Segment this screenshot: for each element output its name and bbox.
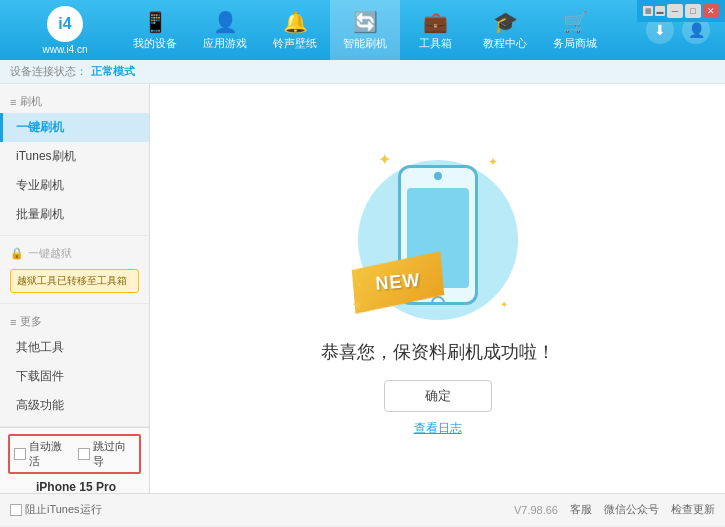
sidebar-jailbreak-section: 🔒 一键越狱 越狱工具已转移至工具箱 xyxy=(0,236,149,304)
my-device-icon: 📱 xyxy=(143,10,168,34)
sidebar-item-advanced[interactable]: 高级功能 xyxy=(0,391,149,420)
lock-icon: 🔒 xyxy=(10,247,24,260)
sidebar-item-batch-flash[interactable]: 批量刷机 xyxy=(0,200,149,229)
device-area: 自动激活 跳过向导 📱 iPhone 15 Pro Max 512GB iPho… xyxy=(0,427,149,493)
wechat-link[interactable]: 微信公众号 xyxy=(604,502,659,517)
logo-icon: i4 xyxy=(47,6,83,42)
jailbreak-note: 越狱工具已转移至工具箱 xyxy=(10,269,139,293)
more-icon: ≡ xyxy=(10,316,16,328)
close-button[interactable]: ✕ xyxy=(703,4,719,18)
stop-itunes-checkbox[interactable] xyxy=(10,504,22,516)
device-details: iPhone 15 Pro Max 512GB iPhone xyxy=(36,480,141,493)
flash-icon: 🔄 xyxy=(353,10,378,34)
nav-tabs: 📱 我的设备 👤 应用游戏 🔔 铃声壁纸 🔄 智能刷机 💼 工具箱 🎓 xyxy=(120,0,646,60)
sparkle-3: ✦ xyxy=(500,299,508,310)
view-log-link[interactable]: 查看日志 xyxy=(414,420,462,437)
sidebar-more-section: ≡ 更多 其他工具 下载固件 高级功能 xyxy=(0,304,149,427)
sparkle-1: ✦ xyxy=(378,150,391,169)
status-bar: 设备连接状态： 正常模式 xyxy=(0,60,725,84)
battery-icon: ▬ xyxy=(655,6,665,16)
tab-my-device[interactable]: 📱 我的设备 xyxy=(120,0,190,60)
bottom-bar: 阻止iTunes运行 V7.98.66 客服 微信公众号 检查更新 xyxy=(0,493,725,525)
sidebar-jailbreak-header: 🔒 一键越狱 xyxy=(0,242,149,265)
device-info: 📱 iPhone 15 Pro Max 512GB iPhone xyxy=(8,480,141,493)
sidebar-item-download-firmware[interactable]: 下载固件 xyxy=(0,362,149,391)
tab-toolbox[interactable]: 💼 工具箱 xyxy=(400,0,470,60)
maximize-button[interactable]: □ xyxy=(685,4,701,18)
skip-guide-checkbox[interactable] xyxy=(78,448,90,460)
sidebar-item-one-key-flash[interactable]: 一键刷机 xyxy=(0,113,149,142)
content-area: ✦ ✦ ✦ NEW ★ ✦ 恭喜您，保资料刷机成功啦！ xyxy=(150,84,725,493)
tab-smart-flash[interactable]: 🔄 智能刷机 xyxy=(330,0,400,60)
flash-section-icon: ≡ xyxy=(10,96,16,108)
logo-subtitle: www.i4.cn xyxy=(42,44,87,55)
tab-service[interactable]: 🛒 务局商城 xyxy=(540,0,610,60)
auto-activate-checkbox[interactable] xyxy=(14,448,26,460)
tutorial-icon: 🎓 xyxy=(493,10,518,34)
sidebar-item-itunes-flash[interactable]: iTunes刷机 xyxy=(0,142,149,171)
window-controls: ▦ ▬ ─ □ ✕ xyxy=(637,0,725,22)
auto-activate-option[interactable]: 自动激活 xyxy=(14,439,72,469)
apps-icon: 👤 xyxy=(213,10,238,34)
auto-options: 自动激活 跳过向导 xyxy=(8,434,141,474)
service-icon: 🛒 xyxy=(563,10,588,34)
toolbox-icon: 💼 xyxy=(423,10,448,34)
tab-tutorial[interactable]: 🎓 教程中心 xyxy=(470,0,540,60)
skip-guide-option[interactable]: 跳过向导 xyxy=(78,439,136,469)
version-label: V7.98.66 xyxy=(514,504,558,516)
check-update-link[interactable]: 检查更新 xyxy=(671,502,715,517)
ringtone-icon: 🔔 xyxy=(283,10,308,34)
phone-camera xyxy=(434,172,442,180)
customer-service-link[interactable]: 客服 xyxy=(570,502,592,517)
stop-itunes-option[interactable]: 阻止iTunes运行 xyxy=(10,502,102,517)
success-illustration: ✦ ✦ ✦ NEW ★ ✦ xyxy=(348,140,528,340)
minimize-button[interactable]: ─ xyxy=(667,4,683,18)
sidebar-item-pro-flash[interactable]: 专业刷机 xyxy=(0,171,149,200)
sidebar-flash-header: ≡ 刷机 xyxy=(0,90,149,113)
success-text: 恭喜您，保资料刷机成功啦！ xyxy=(321,340,555,364)
star-left: ★ xyxy=(352,298,363,312)
confirm-button[interactable]: 确定 xyxy=(384,380,492,412)
sidebar-more-header: ≡ 更多 xyxy=(0,310,149,333)
wifi-icon: ▦ xyxy=(643,6,653,16)
star-top: ✦ xyxy=(356,281,363,290)
sparkle-2: ✦ xyxy=(488,155,498,169)
sidebar-item-other-tools[interactable]: 其他工具 xyxy=(0,333,149,362)
logo-area: i4 www.i4.cn xyxy=(10,6,120,55)
tab-apps-games[interactable]: 👤 应用游戏 xyxy=(190,0,260,60)
sidebar-flash-section: ≡ 刷机 一键刷机 iTunes刷机 专业刷机 批量刷机 xyxy=(0,84,149,236)
header: i4 www.i4.cn 📱 我的设备 👤 应用游戏 🔔 铃声壁纸 🔄 智能刷机 xyxy=(0,0,725,60)
tab-ringtones[interactable]: 🔔 铃声壁纸 xyxy=(260,0,330,60)
sidebar: ≡ 刷机 一键刷机 iTunes刷机 专业刷机 批量刷机 xyxy=(0,84,150,493)
